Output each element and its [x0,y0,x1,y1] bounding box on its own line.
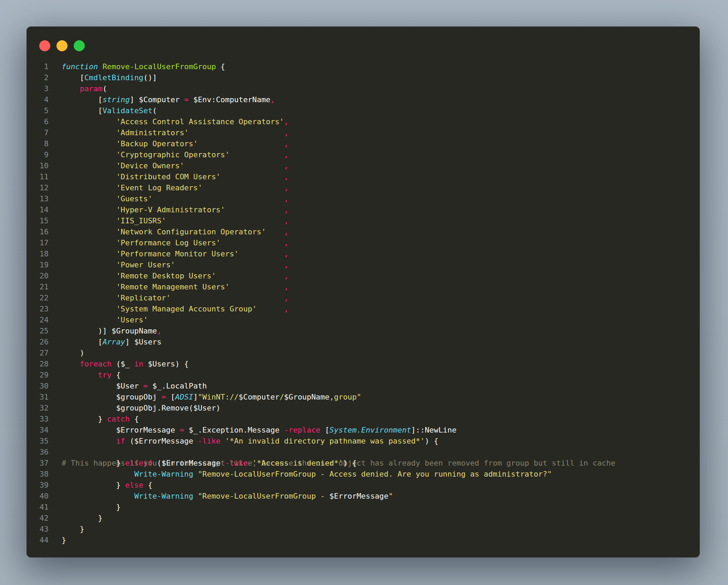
code-text: if ($ErrorMessage -like '*An invalid dir… [62,436,438,447]
code-text: 'Power Users' , [62,259,289,270]
code-line-38: 38 Write-Warning "Remove-LocalUserFromGr… [27,469,700,480]
code-line-41: 41 } [27,502,700,513]
line-number: 20 [27,270,49,281]
line-number: 33 [27,414,49,425]
code-text: } elseif ($ErrorMessage -like '*Access i… [62,458,357,469]
code-line-14: 14 'Hyper-V Administrators' , [27,204,700,215]
code-line-31: 31 $groupObj = [ADSI]"WinNT://$Computer/… [27,392,700,403]
code-line-9: 9 'Cryptographic Operators' , [27,149,700,160]
code-line-32: 32 $groupObj.Remove($User) [27,403,700,414]
code-text: [CmdletBinding()] [62,72,157,83]
line-number: 44 [27,535,49,546]
line-number: 36 [27,447,49,458]
code-line-43: 43 } [27,524,700,535]
code-line-11: 11 'Distributed COM Users' , [27,171,700,182]
code-text: 'Distributed COM Users' , [62,171,289,182]
code-line-29: 29 try { [27,370,700,381]
code-line-42: 42 } [27,513,700,524]
code-line-39: 39 } else { [27,480,700,491]
line-number: 11 [27,171,49,182]
code-line-40: 40 Write-Warning "Remove-LocalUserFromGr… [27,491,700,502]
code-line-22: 22 'Replicator' , [27,292,700,304]
line-number: 15 [27,215,49,226]
code-line-7: 7 'Administrators' , [27,127,700,138]
code-text: } [62,502,121,513]
code-line-44: 44} [27,535,700,546]
line-number: 27 [27,348,49,359]
line-number: 2 [27,72,49,83]
code-line-15: 15 'IIS_IUSRS' , [27,215,700,226]
code-text: 'System Managed Accounts Group' , [62,304,289,315]
code-line-37: 37# This happens if you run the script t… [27,458,700,469]
code-line-16: 16 'Network Configuration Operators' , [27,226,700,237]
line-number: 16 [27,226,49,237]
code-text: } else { [62,480,153,491]
code-line-18: 18 'Performance Monitor Users' , [27,248,700,259]
line-number: 18 [27,248,49,259]
code-line-2: 2 [CmdletBinding()] [27,72,700,83]
code-editor: 1function Remove-LocalUserFromGroup {2 [… [27,61,700,546]
line-number: 40 [27,491,49,502]
line-number: 32 [27,403,49,414]
line-number: 29 [27,370,49,381]
line-number: 3 [27,83,49,94]
line-number: 1 [27,61,49,72]
code-text: 'Administrators' , [62,127,289,138]
code-window: 1function Remove-LocalUserFromGroup {2 [… [27,26,700,557]
code-line-23: 23 'System Managed Accounts Group' , [27,304,700,315]
code-text: 'Users' [62,315,148,326]
code-text: 'Replicator' , [62,292,289,304]
code-line-1: 1function Remove-LocalUserFromGroup { [27,61,700,72]
line-number: 14 [27,204,49,215]
code-text: 'Cryptographic Operators' , [62,149,289,160]
code-text: 'Network Configuration Operators' , [62,226,289,237]
line-number: 23 [27,304,49,315]
code-text: 'Performance Log Users' , [62,237,289,248]
code-line-36: 36 [27,447,700,458]
code-line-33: 33 } catch { [27,414,700,425]
code-line-13: 13 'Guests' , [27,193,700,204]
code-line-24: 24 'Users' [27,315,700,326]
line-number: 6 [27,116,49,127]
minimize-button[interactable] [56,40,67,51]
line-number: 37 [27,458,49,469]
code-line-27: 27 ) [27,348,700,359]
code-line-3: 3 param( [27,83,700,94]
code-text: 'Device Owners' , [62,160,289,171]
zoom-button[interactable] [74,40,85,51]
code-line-30: 30 $User = $_.LocalPath [27,381,700,392]
code-text: Write-Warning "Remove-LocalUserFromGroup… [62,491,393,502]
code-line-34: 34 $ErrorMessage = $_.Exception.Message … [27,425,700,436]
code-line-19: 19 'Power Users' , [27,259,700,270]
line-number: 12 [27,182,49,193]
code-line-12: 12 'Event Log Readers' , [27,182,700,193]
line-number: 43 [27,524,49,535]
code-text: function Remove-LocalUserFromGroup { [62,61,225,72]
code-line-5: 5 [ValidateSet( [27,105,700,116]
code-text: 'IIS_IUSRS' , [62,215,289,226]
code-text: [string] $Computer = $Env:ComputerName, [62,94,275,105]
close-button[interactable] [39,40,50,51]
line-number: 30 [27,381,49,392]
code-text: try { [62,370,121,381]
line-number: 25 [27,326,49,337]
line-number: 9 [27,149,49,160]
code-text: } catch { [62,414,139,425]
code-text: ) [62,348,84,359]
code-text: $groupObj.Remove($User) [62,403,220,414]
line-number: 17 [27,237,49,248]
line-number: 10 [27,160,49,171]
line-number: 24 [27,315,49,326]
code-text: $groupObj = [ADSI]"WinNT://$Computer/$Gr… [62,392,361,403]
code-line-10: 10 'Device Owners' , [27,160,700,171]
line-number: 22 [27,292,49,304]
code-text: )] $GroupName, [62,326,162,337]
titlebar [39,40,85,51]
code-text: 'Performance Monitor Users' , [62,248,289,259]
code-text: Write-Warning "Remove-LocalUserFromGroup… [62,469,552,480]
code-line-4: 4 [string] $Computer = $Env:ComputerName… [27,94,700,105]
line-number: 28 [27,359,49,370]
line-number: 38 [27,469,49,480]
code-line-8: 8 'Backup Operators' , [27,138,700,149]
line-number: 7 [27,127,49,138]
